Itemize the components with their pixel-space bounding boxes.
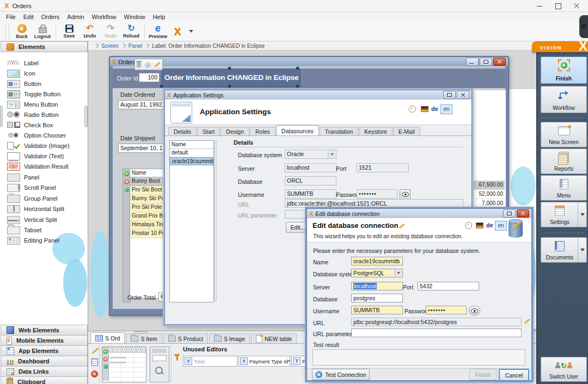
palette-item-validation-result[interactable]: Validation Result — [0, 161, 87, 171]
password-field[interactable]: ••••••• — [357, 189, 397, 199]
menu-window[interactable]: Window — [120, 14, 149, 20]
tab-s-image[interactable]: S Image — [209, 333, 250, 343]
url-parameter-field[interactable] — [351, 329, 522, 337]
tab-design[interactable]: Design — [220, 127, 249, 135]
palette-item-validator-image[interactable]: Validator (Image) — [0, 140, 87, 151]
color-icon[interactable] — [145, 62, 150, 67]
server-field[interactable]: localhost — [285, 163, 336, 172]
edit-row-icon[interactable] — [125, 188, 129, 192]
tab-s-item[interactable]: S Item — [126, 333, 162, 343]
palette-item-option-chooser[interactable]: Option Chooser — [0, 130, 87, 140]
palette-item-vertical-split[interactable]: Vertical Split — [0, 214, 87, 225]
palette-item-icon[interactable]: Icon — [0, 68, 87, 78]
breadcrumb-screen[interactable]: Screen — [101, 43, 119, 49]
show-password-button[interactable] — [400, 189, 411, 200]
visionx-menu-button[interactable]: X — [168, 22, 187, 41]
palette-item-validator-text[interactable]: Validator (Text) — [0, 151, 87, 161]
section-data-links[interactable]: Data Links — [1, 366, 88, 377]
tab-new-table[interactable]: NEW table — [251, 333, 297, 343]
dialog-maximize-button[interactable] — [443, 91, 456, 99]
selection-handle[interactable] — [228, 67, 231, 70]
test-connection-button[interactable]: Test Connection — [312, 369, 370, 380]
tab-keystore[interactable]: Keystore — [359, 127, 392, 135]
undo-button[interactable]: ↶ Undo — [79, 22, 100, 41]
finish-button[interactable]: Finish — [541, 57, 587, 84]
splitter[interactable] — [214, 140, 217, 301]
workflow-button[interactable]: Workflow — [541, 86, 587, 113]
edit-pencil-icon[interactable] — [154, 61, 160, 67]
palette-item-menu-button[interactable]: Menu Button — [0, 99, 87, 109]
documents-button[interactable]: Documents — [541, 237, 587, 263]
menu-orders[interactable]: Orders — [38, 14, 64, 20]
maximize-button[interactable] — [549, 0, 567, 11]
add-row-icon[interactable] — [124, 171, 129, 176]
breadcrumb-label[interactable]: Label: Order Information CHANGED in Ecli… — [152, 43, 265, 49]
section-app-elements[interactable]: App Elements — [1, 345, 88, 356]
minimize-button[interactable] — [530, 0, 549, 11]
window-minimize-button[interactable] — [466, 58, 479, 66]
documents-dropdown-caret[interactable] — [578, 238, 586, 262]
database-system-combo[interactable]: PostgreSQL — [351, 269, 403, 277]
detail-preview-thumbnail[interactable] — [150, 346, 169, 382]
palette-item-panel[interactable]: Panel — [0, 172, 87, 182]
palette-item-check-box[interactable]: Check Box — [0, 120, 87, 130]
selection-handle[interactable] — [296, 85, 299, 88]
tab-s-product[interactable]: S Product — [163, 333, 208, 343]
settings-dropdown-caret[interactable] — [578, 202, 586, 227]
tab-details[interactable]: Details — [168, 127, 197, 135]
dialog-close-button[interactable] — [517, 209, 529, 218]
settings-button[interactable]: Settings — [541, 202, 587, 227]
menu-file[interactable]: File — [2, 14, 20, 20]
lang-de-button[interactable]: de — [486, 222, 493, 228]
window-close-button[interactable] — [493, 58, 506, 66]
table-preview-thumbnail[interactable] — [102, 346, 146, 382]
palette-item-toggle-button[interactable]: Toggle Button — [0, 89, 87, 99]
section-dashboard[interactable]: Dashboard — [1, 356, 88, 367]
reload-button[interactable]: ↻ Reload — [121, 22, 142, 41]
selection-handle[interactable] — [228, 85, 231, 88]
delete-row-icon[interactable] — [124, 179, 129, 184]
palette-item-label[interactable]: Label — [0, 58, 87, 68]
history-icon[interactable] — [409, 106, 416, 113]
new-screen-button[interactable]: New Screen — [541, 122, 587, 147]
palette-header[interactable]: Elements — [1, 41, 88, 52]
list-item-selected[interactable]: oracle19csummitb — [170, 157, 213, 165]
palette-item-tabset[interactable]: Tabset — [0, 225, 87, 235]
amount-cell[interactable]: 67,500.00 — [473, 181, 505, 190]
window-maximize-button[interactable] — [480, 58, 492, 66]
delete-icon[interactable] — [137, 62, 141, 67]
menu-admin[interactable]: Admin — [63, 14, 88, 20]
close-button[interactable] — [567, 0, 586, 11]
section-mobile-elements[interactable]: Mobile Elements — [1, 335, 88, 346]
amount-cell[interactable]: 52,000.00 — [473, 190, 505, 199]
palette-item-group-panel[interactable]: Group Panel — [0, 193, 87, 203]
breadcrumb-panel[interactable]: Panel — [128, 43, 143, 49]
tab-roles[interactable]: Roles — [250, 127, 275, 135]
tab-start[interactable]: Start — [197, 127, 220, 135]
edit-connection-titlebar[interactable]: X Edit database connection — [307, 209, 531, 219]
editor-total[interactable]: # Total — [183, 356, 237, 367]
language-flag-icon[interactable] — [476, 222, 483, 228]
palette-item-editing-panel[interactable]: Editing Panel — [0, 235, 87, 245]
palette-item-horizontal-split[interactable]: Horizontal Split — [0, 203, 87, 214]
tab-translation[interactable]: Translation — [320, 127, 359, 135]
edit-url-pencil-icon[interactable] — [524, 318, 530, 324]
selection-handle[interactable] — [296, 67, 299, 70]
dialog-maximize-button[interactable] — [503, 209, 516, 218]
url-field[interactable]: jdbc:oracle:thin:@localhost:1521:ORCL — [285, 199, 463, 208]
cancel-button[interactable]: Cancel — [499, 369, 529, 381]
port-field[interactable]: 5432 — [418, 282, 479, 290]
selection-handle[interactable] — [160, 85, 163, 88]
url-field[interactable]: jdbc:postgresql://localhost:5432/postgre… — [351, 318, 522, 326]
tab-email[interactable]: E-Mail — [393, 127, 420, 135]
reports-button[interactable]: Reports — [541, 148, 587, 174]
preview-button[interactable]: e Preview — [148, 22, 168, 41]
language-flag-icon[interactable] — [421, 106, 428, 112]
palette-item-button[interactable]: Button — [0, 78, 87, 89]
edit-pencil-icon[interactable] — [92, 348, 99, 354]
database-field[interactable]: ORCL — [285, 176, 336, 185]
name-field[interactable]: oracle19csummitb — [351, 257, 403, 265]
toolbar-grip[interactable] — [5, 24, 9, 39]
server-field[interactable]: localhost — [351, 282, 403, 290]
menu-edit[interactable]: Edit — [20, 14, 38, 20]
